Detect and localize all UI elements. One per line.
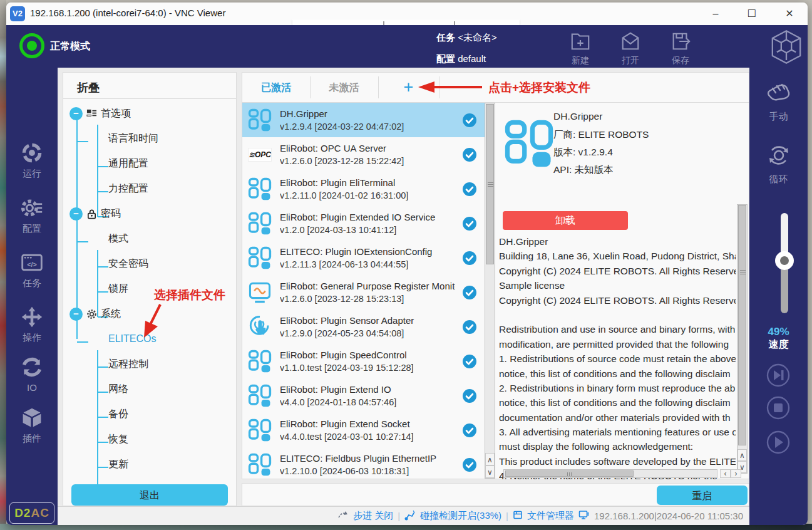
sidebar-item-io[interactable]: IO xyxy=(6,356,58,393)
plugin-name: EliRobot: OPC UA Server xyxy=(280,143,455,153)
tree-item-update[interactable]: 更新 xyxy=(63,452,236,477)
d2ac-badge[interactable]: D2AC xyxy=(9,502,54,524)
tree-item-mode[interactable]: 模式 xyxy=(63,226,236,251)
tree-item-force-config[interactable]: 力控配置 xyxy=(63,176,236,201)
scrollbar-thumb[interactable] xyxy=(738,205,746,445)
detail-name: DH.Gripper xyxy=(553,111,602,122)
check-icon[interactable] xyxy=(462,423,477,438)
step-forward-button[interactable] xyxy=(765,362,791,388)
check-icon[interactable] xyxy=(462,113,477,128)
close-button[interactable]: ✕ xyxy=(775,3,804,25)
scroll-up-icon[interactable]: ∧ xyxy=(485,453,495,465)
plugin-list-item[interactable]: EliRobot: Plugin Extend Socketv4.4.0.tes… xyxy=(242,413,485,447)
tree-item-preferences[interactable]: −首选项 xyxy=(63,101,236,126)
file-manager-link[interactable]: 文件管理器 xyxy=(527,510,574,522)
check-icon[interactable] xyxy=(462,182,477,197)
sidebar-item-run[interactable]: 运行 xyxy=(6,142,58,180)
license-line: modification, are permitted provided tha… xyxy=(499,337,736,351)
collision-status[interactable]: 碰撞检测开启(33%) xyxy=(420,510,501,522)
tree-item-restore[interactable]: 恢复 xyxy=(63,427,236,452)
manual-mode-button[interactable]: 手动 xyxy=(749,81,808,123)
sidebar-item-label: 插件 xyxy=(6,433,58,445)
open-button[interactable]: 打开 xyxy=(609,31,652,66)
check-icon[interactable] xyxy=(462,251,477,266)
plugin-list-scrollbar[interactable]: ∧ ∨ xyxy=(485,103,495,479)
plugin-list-item[interactable]: ELITECO: Fieldbus Plugin EthernetIPv1.2.… xyxy=(242,447,485,479)
check-icon[interactable] xyxy=(462,457,477,472)
plugin-list-item[interactable]: ELITECO: Plugin IOExtensionConfigv1.2.11… xyxy=(242,241,485,275)
collapse-toggle-icon[interactable]: − xyxy=(69,207,83,221)
tree-item-lock-screen[interactable]: 锁屏 xyxy=(63,276,236,301)
plugin-list-item[interactable]: EliRobot: Plugin SpeedControlv1.1.0.test… xyxy=(242,344,485,378)
sidebar-item-config[interactable]: 配置 xyxy=(6,197,58,235)
task-row: 任务 <未命名> xyxy=(436,32,497,44)
plugin-name: DH.Gripper xyxy=(280,108,455,119)
scroll-right-icon[interactable]: › xyxy=(731,469,741,478)
check-icon[interactable] xyxy=(462,216,477,231)
step-status[interactable]: 步进 关闭 xyxy=(353,510,393,522)
add-plugin-button[interactable]: + xyxy=(378,73,439,102)
scrollbar-thumb[interactable] xyxy=(505,470,634,477)
tree-item-backup[interactable]: 备份 xyxy=(63,402,236,427)
detail-vendor: 厂商: ELITE ROBOTS xyxy=(553,128,649,142)
tree-item-elitecos[interactable]: ELITECOs xyxy=(63,326,236,351)
sidebar-item-operate[interactable]: 操作 xyxy=(6,306,58,344)
tab-activated[interactable]: 已激活 xyxy=(242,73,310,102)
restart-button[interactable]: 重启 xyxy=(657,486,748,505)
tree-item-language-time[interactable]: 语言和时间 xyxy=(63,126,236,151)
plugin-list-item[interactable]: EliRobot: Plugin Sensor Adapterv1.2.9.0 … xyxy=(242,309,485,344)
plugin-version: v1.2.9.4 [2024-03-22 04:47:02] xyxy=(280,122,455,132)
detail-horizontal-scrollbar[interactable] xyxy=(503,469,717,478)
play-button[interactable] xyxy=(765,429,791,455)
scroll-down-icon[interactable]: ∨ xyxy=(485,465,495,478)
plugin-name: EliRobot: Plugin Extend Socket xyxy=(280,418,455,429)
plugin-list-item[interactable]: EliRobot: Plugin Extended IO Servicev1.2… xyxy=(242,206,485,241)
plugin-list-item[interactable]: DH.Gripperv1.2.9.4 [2024-03-22 04:47:02] xyxy=(242,103,485,137)
touch-icon xyxy=(248,315,272,339)
collapse-toggle-icon[interactable]: − xyxy=(69,107,83,120)
plugin-list-item[interactable]: ≋OPCEliRobot: OPC UA Serverv1.2.6.0 [202… xyxy=(242,137,485,172)
check-icon[interactable] xyxy=(462,285,477,300)
tree-item-label: 安全密码 xyxy=(108,257,148,271)
license-line: Copyright (C) 2024 ELITE ROBOTS. All Rig… xyxy=(499,264,736,278)
scroll-left-icon[interactable]: ‹ xyxy=(720,469,731,478)
plugin-list-item[interactable]: EliRobot: Plugin EliTerminalv1.2.11.0 [2… xyxy=(242,172,485,206)
license-line: 2. Redistributions in binary form must r… xyxy=(499,381,736,395)
minimize-button[interactable]: – xyxy=(701,3,730,25)
check-icon[interactable] xyxy=(462,388,477,403)
collision-icon xyxy=(404,510,416,522)
status-indicator-dot xyxy=(27,41,37,51)
tree-item-password[interactable]: −密码 xyxy=(63,201,236,226)
stop-button[interactable] xyxy=(765,395,791,421)
check-icon[interactable] xyxy=(462,320,477,335)
check-icon[interactable] xyxy=(462,147,477,162)
check-icon[interactable] xyxy=(462,354,477,369)
sidebar-item-task[interactable]: </>任务 xyxy=(6,251,58,289)
tree-item-safety-password[interactable]: 安全密码 xyxy=(63,251,236,276)
uninstall-button[interactable]: 卸载 xyxy=(503,211,628,230)
plugin-list-item[interactable]: EliRobot: Plugin Extend IOv4.4.0 [2024-0… xyxy=(242,378,485,413)
loop-label: 循环 xyxy=(749,174,808,185)
tree-item-network[interactable]: 网络 xyxy=(63,377,236,402)
separator: | xyxy=(398,511,400,521)
scrollbar-thumb[interactable] xyxy=(486,104,494,264)
divider xyxy=(310,76,311,98)
tree-item-remote-control[interactable]: 远程控制 xyxy=(63,351,236,377)
collapse-toggle-icon[interactable]: − xyxy=(69,308,83,321)
detail-vertical-scrollbar[interactable]: ∧ ∨ xyxy=(737,204,748,474)
plugin-list-item[interactable]: EliRobot: General Purpose Register Monit… xyxy=(242,275,485,309)
scroll-up-icon[interactable]: ∧ xyxy=(737,449,747,461)
exit-button[interactable]: 退出 xyxy=(71,484,228,506)
tree-item-system[interactable]: −系统 xyxy=(63,301,236,326)
save-button[interactable]: 保存 xyxy=(659,31,702,66)
new-button[interactable]: 新建 xyxy=(558,31,602,66)
action-label: 保存 xyxy=(659,55,702,66)
grid-plugin-icon xyxy=(248,384,272,408)
sidebar-item-plugin[interactable]: 插件 xyxy=(6,407,58,445)
tab-deactivated[interactable]: 未激活 xyxy=(310,73,378,102)
loop-mode-button[interactable]: 循环 xyxy=(749,142,808,185)
tree-item-general-config[interactable]: 通用配置 xyxy=(63,151,236,176)
maximize-button[interactable]: ☐ xyxy=(737,3,766,25)
step-icon xyxy=(337,510,349,522)
speed-slider-knob[interactable] xyxy=(775,251,794,270)
